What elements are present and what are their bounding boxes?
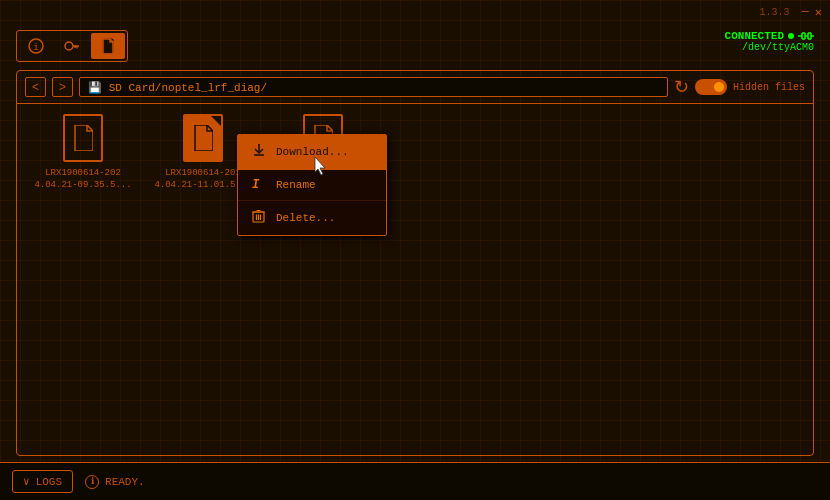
logs-button[interactable]: ∨ LOGS [12, 470, 73, 493]
title-bar-buttons: — ✕ [802, 5, 822, 20]
connected-icon [798, 31, 814, 41]
file-icon-1 [63, 114, 103, 162]
path-input[interactable] [79, 77, 668, 97]
trash-svg [252, 209, 265, 223]
hidden-files-label: Hidden files [733, 82, 805, 93]
svg-point-2 [65, 42, 73, 50]
status-bar: ∨ LOGS ℹ READY. [0, 462, 830, 500]
toolbar: i [16, 30, 128, 62]
delete-icon [252, 209, 266, 227]
app-window: 1.3.3 — ✕ i [0, 0, 830, 500]
hidden-files-switch[interactable] [695, 79, 727, 95]
back-button[interactable]: < [25, 77, 46, 97]
download-svg [252, 143, 266, 157]
connection-status-text: CONNECTED [725, 30, 784, 42]
hidden-files-toggle[interactable]: Hidden files [695, 79, 805, 95]
rename-icon: I [252, 178, 266, 192]
context-menu-rename-label: Rename [276, 179, 316, 191]
context-menu-delete[interactable]: Delete... [238, 201, 386, 235]
key-button[interactable] [55, 33, 89, 59]
version-label: 1.3.3 [760, 7, 790, 18]
forward-button[interactable]: > [52, 77, 73, 97]
context-menu-download-label: Download... [276, 146, 349, 158]
minimize-button[interactable]: — [802, 5, 809, 19]
file-icon-2 [183, 114, 223, 162]
file-area: LRX1900614-2024.04.21-09.35.5... LRX1900… [17, 104, 813, 455]
context-menu-rename[interactable]: I Rename [238, 170, 386, 201]
info-icon: i [27, 37, 45, 55]
file-grid: LRX1900614-2024.04.21-09.35.5... LRX1900… [33, 114, 797, 191]
file-name-1: LRX1900614-2024.04.21-09.35.5... [34, 168, 131, 191]
download-icon [252, 143, 266, 161]
status-message: READY. [105, 476, 145, 488]
close-button[interactable]: ✕ [815, 5, 822, 20]
connection-status: CONNECTED [725, 30, 814, 42]
file-item-1[interactable]: LRX1900614-2024.04.21-09.35.5... [33, 114, 133, 191]
files-icon [99, 37, 117, 55]
file-svg-1 [73, 125, 93, 151]
logs-chevron: ∨ [23, 475, 30, 488]
device-path: /dev/ttyACM0 [725, 42, 814, 53]
context-menu: Download... I Rename [237, 134, 387, 236]
key-icon [63, 37, 81, 55]
context-menu-download[interactable]: Download... [238, 135, 386, 170]
svg-text:i: i [33, 43, 38, 53]
title-bar: 1.3.3 — ✕ [0, 0, 830, 24]
status-icon: ℹ [85, 475, 99, 489]
top-section: i [16, 30, 814, 62]
file-browser: < > ↻ Hidden files [16, 70, 814, 456]
info-button[interactable]: i [19, 33, 53, 59]
status-text: ℹ READY. [85, 475, 145, 489]
refresh-button[interactable]: ↻ [674, 76, 689, 98]
main-area: i [0, 24, 830, 462]
logs-label: LOGS [36, 476, 62, 488]
file-svg-2 [193, 125, 213, 151]
connection-dot [788, 33, 794, 39]
status-icon-symbol: ℹ [91, 476, 94, 487]
address-bar: < > ↻ Hidden files [17, 71, 813, 104]
context-menu-delete-label: Delete... [276, 212, 335, 224]
connection-info: CONNECTED [725, 30, 814, 53]
files-button[interactable] [91, 33, 125, 59]
